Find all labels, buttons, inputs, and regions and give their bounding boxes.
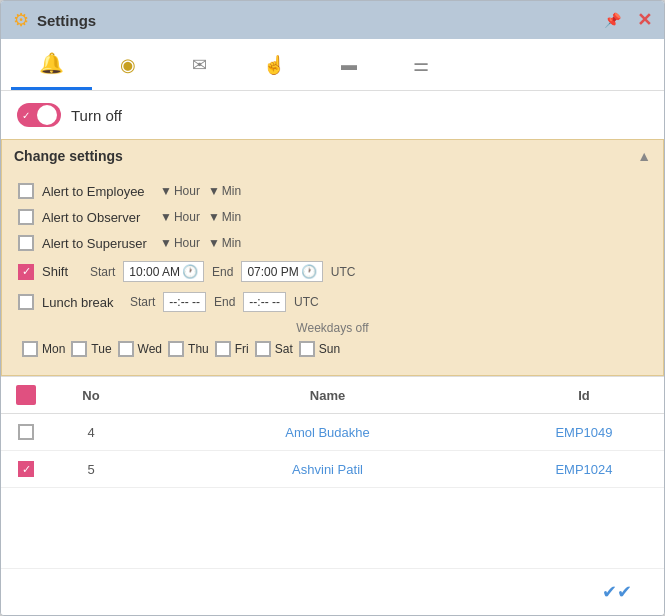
chevron-down-icon: ▼ — [160, 210, 172, 224]
collapse-icon[interactable]: ▲ — [637, 148, 651, 164]
table-header: No Name Id — [1, 377, 664, 414]
table-row: 4 Amol Budakhe EMP1049 — [1, 414, 664, 451]
employee-table: No Name Id 4 Amol Budakhe EMP1049 ✓ 5 As… — [1, 376, 664, 568]
turn-off-toggle[interactable]: ✓ — [17, 103, 61, 127]
min-dropdown-observer[interactable]: ▼ Min — [208, 210, 241, 224]
weekday-mon: Mon — [22, 341, 65, 357]
min-dropdown-employee[interactable]: ▼ Min — [208, 184, 241, 198]
shift-checkbox[interactable]: ✓ — [18, 264, 34, 280]
fri-label: Fri — [235, 342, 249, 356]
settings-section-header: Change settings ▲ — [2, 140, 663, 172]
gear-icon: ⚙ — [13, 9, 29, 31]
tab-mail[interactable]: ✉ — [164, 42, 235, 88]
shift-end-label: End — [212, 265, 233, 279]
shift-start-label: Start — [90, 265, 115, 279]
clock-icon[interactable]: 🕐 — [301, 264, 317, 279]
table-row: ✓ 5 Ashvini Patil EMP1024 — [1, 451, 664, 488]
weekdays-row: Mon Tue Wed Thu Fri — [18, 341, 647, 365]
lunch-break-row: Lunch break Start --:-- -- End --:-- -- … — [18, 287, 647, 317]
weekdays-label: Weekdays off — [18, 317, 647, 341]
lunch-break-checkbox[interactable] — [18, 294, 34, 310]
sat-label: Sat — [275, 342, 293, 356]
mon-label: Mon — [42, 342, 65, 356]
toggle-row: ✓ Turn off — [1, 91, 664, 139]
lunch-start-time-value: --:-- -- — [169, 295, 200, 309]
row1-checkbox[interactable] — [18, 424, 34, 440]
row2-name: Ashvini Patil — [131, 462, 524, 477]
title-bar: ⚙ Settings 📌 ✕ — [1, 1, 664, 39]
chevron-down-icon: ▼ — [208, 236, 220, 250]
thu-checkbox[interactable] — [168, 341, 184, 357]
tab-settings[interactable]: ⚌ — [385, 42, 457, 88]
row2-id: EMP1024 — [524, 462, 644, 477]
toggle-label: Turn off — [71, 107, 122, 124]
clock-icon[interactable]: 🕐 — [182, 264, 198, 279]
sat-checkbox[interactable] — [255, 341, 271, 357]
weekday-sun: Sun — [299, 341, 340, 357]
alert-employee-checkbox[interactable] — [18, 183, 34, 199]
shift-end-time-value: 07:00 PM — [247, 265, 298, 279]
lunch-start-label: Start — [130, 295, 155, 309]
alert-superuser-label: Alert to Superuser — [42, 236, 152, 251]
alert-superuser-row: Alert to Superuser ▼ Hour ▼ Min — [18, 230, 647, 256]
header-id: Id — [524, 388, 644, 403]
tab-touch[interactable]: ☝ — [235, 42, 313, 88]
wed-checkbox[interactable] — [118, 341, 134, 357]
alert-observer-row: Alert to Observer ▼ Hour ▼ Min — [18, 204, 647, 230]
alert-observer-checkbox[interactable] — [18, 209, 34, 225]
shift-row: ✓ Shift Start 10:00 AM 🕐 End 07:00 PM 🕐 … — [18, 256, 647, 287]
header-minus-checkbox[interactable] — [16, 385, 36, 405]
row2-checkbox-col: ✓ — [1, 461, 51, 477]
weekday-wed: Wed — [118, 341, 162, 357]
tue-checkbox[interactable] — [71, 341, 87, 357]
double-check-icon[interactable]: ✔✔ — [586, 575, 648, 609]
weekday-sat: Sat — [255, 341, 293, 357]
alert-superuser-checkbox[interactable] — [18, 235, 34, 251]
shift-start-time[interactable]: 10:00 AM 🕐 — [123, 261, 204, 282]
minus-icon — [16, 393, 36, 397]
wed-label: Wed — [138, 342, 162, 356]
window-title: Settings — [37, 12, 596, 29]
chevron-down-icon: ▼ — [208, 184, 220, 198]
lunch-break-label: Lunch break — [42, 295, 122, 310]
row1-checkbox-col — [1, 424, 51, 440]
lunch-start-time[interactable]: --:-- -- — [163, 292, 206, 312]
toggle-check-icon: ✓ — [22, 110, 30, 121]
fri-checkbox[interactable] — [215, 341, 231, 357]
tab-bar: 🔔 ◉ ✉ ☝ ▬ ⚌ — [1, 39, 664, 91]
alert-employee-label: Alert to Employee — [42, 184, 152, 199]
row1-no: 4 — [51, 425, 131, 440]
shift-end-time[interactable]: 07:00 PM 🕐 — [241, 261, 322, 282]
hour-dropdown-observer[interactable]: ▼ Hour — [160, 210, 200, 224]
pin-icon[interactable]: 📌 — [604, 12, 621, 28]
chevron-down-icon: ▼ — [160, 236, 172, 250]
thu-label: Thu — [188, 342, 209, 356]
settings-section-title: Change settings — [14, 148, 123, 164]
settings-body: Alert to Employee ▼ Hour ▼ Min Alert to … — [2, 172, 663, 375]
lunch-end-time[interactable]: --:-- -- — [243, 292, 286, 312]
shift-start-time-value: 10:00 AM — [129, 265, 180, 279]
shift-label: Shift — [42, 264, 82, 279]
row2-checkbox[interactable]: ✓ — [18, 461, 34, 477]
toggle-knob — [37, 105, 57, 125]
chevron-down-icon: ▼ — [160, 184, 172, 198]
hour-dropdown-superuser[interactable]: ▼ Hour — [160, 236, 200, 250]
chevron-down-icon: ▼ — [208, 210, 220, 224]
close-button[interactable]: ✕ — [637, 9, 652, 31]
sun-checkbox[interactable] — [299, 341, 315, 357]
row1-name: Amol Budakhe — [131, 425, 524, 440]
weekday-thu: Thu — [168, 341, 209, 357]
min-dropdown-superuser[interactable]: ▼ Min — [208, 236, 241, 250]
tab-display[interactable]: ▬ — [313, 44, 385, 86]
header-checkbox-col — [1, 385, 51, 405]
mon-checkbox[interactable] — [22, 341, 38, 357]
alert-observer-label: Alert to Observer — [42, 210, 152, 225]
lunch-end-label: End — [214, 295, 235, 309]
lunch-utc-label: UTC — [294, 295, 319, 309]
tue-label: Tue — [91, 342, 111, 356]
settings-window: ⚙ Settings 📌 ✕ 🔔 ◉ ✉ ☝ ▬ ⚌ ✓ Turn off Ch… — [0, 0, 665, 616]
hour-dropdown-employee[interactable]: ▼ Hour — [160, 184, 200, 198]
tab-camera[interactable]: ◉ — [92, 42, 164, 88]
tab-notifications[interactable]: 🔔 — [11, 39, 92, 90]
lunch-end-time-value: --:-- -- — [249, 295, 280, 309]
